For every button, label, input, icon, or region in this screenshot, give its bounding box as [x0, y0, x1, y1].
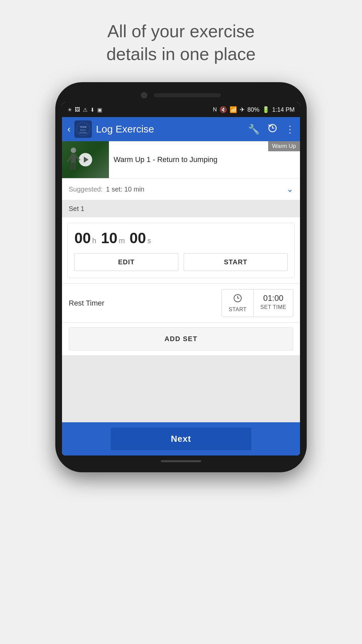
clock-time: 1:14 PM	[272, 106, 295, 113]
speaker-grille	[154, 93, 221, 97]
timer-minutes: 10	[101, 230, 117, 247]
suggested-label: Suggested:	[69, 185, 103, 193]
add-set-button[interactable]: ADD SET	[69, 327, 293, 351]
rest-timer-controls: START 01:00 SET TIME	[222, 289, 293, 317]
rest-timer-label: Rest Timer	[69, 299, 222, 308]
phone-device: ☀ 🖼 ⚠ ⬇ ▣ N 🔇 📶 ✈ 80% 🔋 1:14 PM ‹	[55, 82, 307, 472]
download-icon: ⬇	[90, 107, 95, 113]
warning-icon: ⚠	[83, 107, 87, 113]
rest-start-button[interactable]: START	[222, 289, 253, 317]
nfc-icon: ▣	[97, 107, 102, 113]
status-icons-left: ☀ 🖼 ⚠ ⬇ ▣	[67, 107, 102, 113]
suggested-row: Suggested: 1 set: 10 min ⌄	[62, 178, 300, 200]
hours-unit: h	[92, 236, 96, 245]
home-indicator	[161, 460, 201, 462]
timer-box: 00 h 10 m 00 s EDIT START	[67, 223, 295, 278]
start-button[interactable]: START	[184, 253, 288, 271]
chevron-down-icon[interactable]: ⌄	[287, 184, 293, 194]
mute-icon: 🔇	[220, 106, 227, 113]
wifi-icon: 📶	[230, 106, 237, 113]
minutes-unit: m	[119, 236, 125, 245]
phone-top-bar	[62, 92, 300, 98]
next-button[interactable]: Next	[111, 428, 251, 450]
phone-bottom-bar	[62, 460, 300, 462]
app-bar: ‹ TEAM BODY TRAINING Log Exercise 🔧	[62, 117, 300, 141]
svg-rect-6	[71, 154, 76, 163]
svg-line-9	[68, 156, 71, 161]
svg-rect-8	[73, 163, 76, 170]
rest-set-time-label: SET TIME	[260, 304, 286, 310]
app-bar-title: Log Exercise	[96, 123, 244, 135]
exercise-name: Warm Up 1 - Return to Jumping	[114, 155, 295, 165]
content-filler	[62, 355, 300, 422]
set-header: Set 1	[62, 200, 300, 217]
brightness-icon: ☀	[67, 107, 72, 113]
history-icon[interactable]	[268, 123, 277, 135]
status-bar: ☀ 🖼 ⚠ ⬇ ▣ N 🔇 📶 ✈ 80% 🔋 1:14 PM	[62, 102, 300, 117]
exercise-card: Warm Up 1 - Return to Jumping Warm Up	[62, 141, 300, 178]
svg-point-5	[71, 148, 76, 153]
svg-line-10	[76, 156, 79, 160]
rest-time-value: 01:00	[263, 293, 283, 303]
rest-clock-icon	[233, 293, 242, 305]
svg-text:TEAM: TEAM	[80, 126, 86, 128]
suggested-value: 1 set: 10 min	[106, 185, 283, 193]
timer-display: 00 h 10 m 00 s	[74, 230, 288, 247]
exercise-thumbnail[interactable]	[62, 141, 109, 178]
timer-hours: 00	[74, 230, 91, 247]
camera-dot	[141, 92, 147, 98]
status-info-right: N 🔇 📶 ✈ 80% 🔋 1:14 PM	[213, 106, 295, 113]
bottom-bar: Next	[62, 422, 300, 455]
svg-rect-7	[70, 163, 73, 170]
seconds-unit: s	[147, 236, 151, 245]
phone-screen: ☀ 🖼 ⚠ ⬇ ▣ N 🔇 📶 ✈ 80% 🔋 1:14 PM ‹	[62, 102, 300, 455]
rest-timer-row: Rest Timer START 01:00 SET TIME	[62, 283, 300, 323]
nfc-status-icon: N	[213, 107, 217, 113]
rest-start-label: START	[229, 307, 246, 313]
warm-up-badge: Warm Up	[268, 141, 300, 151]
image-icon: 🖼	[75, 107, 80, 113]
page-headline: All of your exercise details in one plac…	[106, 20, 255, 65]
back-button[interactable]: ‹	[67, 124, 70, 135]
app-bar-actions: 🔧 ⋮	[248, 123, 295, 135]
airplane-icon: ✈	[240, 106, 245, 113]
battery-percent: 80%	[247, 106, 259, 113]
battery-icon: 🔋	[262, 106, 269, 113]
timer-actions: EDIT START	[74, 253, 288, 271]
rest-set-time-button[interactable]: 01:00 SET TIME	[254, 289, 293, 317]
timer-seconds: 00	[129, 230, 146, 247]
app-logo: TEAM BODY TRAINING	[74, 120, 92, 138]
more-options-icon[interactable]: ⋮	[285, 124, 295, 135]
wrench-icon[interactable]: 🔧	[248, 124, 260, 135]
svg-text:TRAINING: TRAINING	[79, 132, 87, 134]
svg-text:BODY: BODY	[80, 129, 86, 131]
edit-button[interactable]: EDIT	[74, 253, 178, 271]
